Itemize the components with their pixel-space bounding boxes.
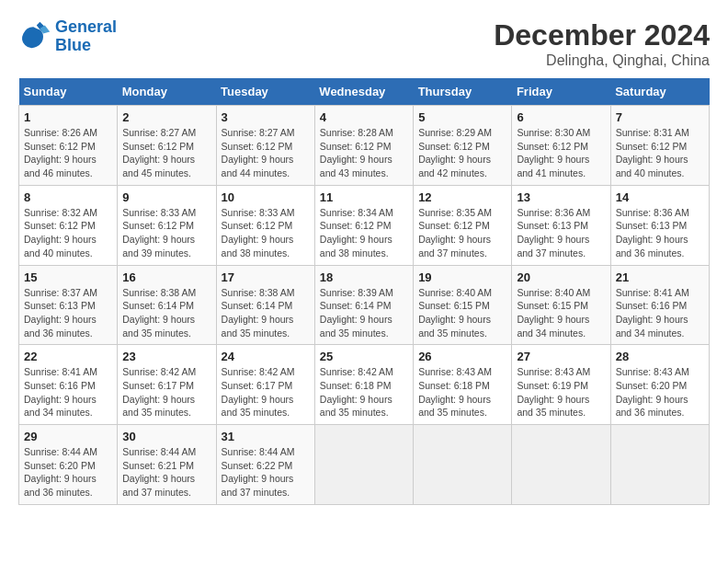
day-number: 28 [616,350,704,363]
weekday-header: Friday [512,78,610,106]
day-number: 23 [122,350,210,363]
calendar-cell: 28 Sunrise: 8:43 AM Sunset: 6:20 PM Dayl… [610,345,709,425]
calendar-cell: 26 Sunrise: 8:43 AM Sunset: 6:18 PM Dayl… [414,345,512,425]
day-info: Sunrise: 8:40 AM Sunset: 6:15 PM Dayligh… [517,286,605,340]
calendar-cell: 20 Sunrise: 8:40 AM Sunset: 6:15 PM Dayl… [512,265,610,345]
weekday-header: Saturday [610,78,709,106]
day-number: 30 [122,430,210,443]
calendar-cell: 18 Sunrise: 8:39 AM Sunset: 6:14 PM Dayl… [314,265,413,345]
day-info: Sunrise: 8:36 AM Sunset: 6:13 PM Dayligh… [616,206,704,260]
day-number: 15 [24,270,112,284]
day-number: 19 [418,270,506,284]
day-info: Sunrise: 8:44 AM Sunset: 6:22 PM Dayligh… [222,445,310,500]
day-info: Sunrise: 8:43 AM Sunset: 6:20 PM Dayligh… [616,365,704,419]
calendar-cell: 6 Sunrise: 8:30 AM Sunset: 6:12 PM Dayli… [512,106,610,186]
day-number: 16 [122,270,210,284]
day-number: 3 [222,110,310,124]
calendar-cell: 9 Sunrise: 8:33 AM Sunset: 6:12 PM Dayli… [118,185,216,265]
calendar-cell: 8 Sunrise: 8:32 AM Sunset: 6:12 PM Dayli… [19,185,118,265]
day-info: Sunrise: 8:29 AM Sunset: 6:12 PM Dayligh… [418,126,506,180]
day-number: 31 [222,430,310,443]
calendar-cell: 5 Sunrise: 8:29 AM Sunset: 6:12 PM Dayli… [414,106,512,186]
day-info: Sunrise: 8:43 AM Sunset: 6:18 PM Dayligh… [418,365,506,419]
logo-icon [18,20,51,53]
day-info: Sunrise: 8:42 AM Sunset: 6:18 PM Dayligh… [320,365,408,419]
day-info: Sunrise: 8:27 AM Sunset: 6:12 PM Dayligh… [122,126,210,180]
calendar-cell: 7 Sunrise: 8:31 AM Sunset: 6:12 PM Dayli… [610,106,709,186]
day-info: Sunrise: 8:40 AM Sunset: 6:15 PM Dayligh… [418,286,506,340]
day-info: Sunrise: 8:37 AM Sunset: 6:13 PM Dayligh… [24,286,112,340]
day-number: 4 [320,110,408,124]
weekday-header-row: SundayMondayTuesdayWednesdayThursdayFrid… [19,78,710,106]
calendar-cell: 19 Sunrise: 8:40 AM Sunset: 6:15 PM Dayl… [414,265,512,345]
day-info: Sunrise: 8:35 AM Sunset: 6:12 PM Dayligh… [418,206,506,260]
calendar-cell: 24 Sunrise: 8:42 AM Sunset: 6:17 PM Dayl… [216,345,314,425]
day-number: 22 [24,350,112,363]
calendar-week-row: 29 Sunrise: 8:44 AM Sunset: 6:20 PM Dayl… [19,425,710,505]
day-info: Sunrise: 8:41 AM Sunset: 6:16 PM Dayligh… [616,286,704,340]
day-info: Sunrise: 8:42 AM Sunset: 6:17 PM Dayligh… [222,365,310,419]
day-number: 25 [320,350,408,363]
day-number: 27 [517,350,605,363]
calendar-cell [414,425,512,505]
calendar-cell: 31 Sunrise: 8:44 AM Sunset: 6:22 PM Dayl… [216,425,314,505]
day-info: Sunrise: 8:42 AM Sunset: 6:17 PM Dayligh… [122,365,210,419]
calendar-week-row: 8 Sunrise: 8:32 AM Sunset: 6:12 PM Dayli… [19,185,710,265]
calendar-cell [512,425,610,505]
day-info: Sunrise: 8:33 AM Sunset: 6:12 PM Dayligh… [122,206,210,260]
logo-text: General Blue [55,18,117,55]
day-info: Sunrise: 8:44 AM Sunset: 6:20 PM Dayligh… [24,445,112,500]
calendar-cell: 22 Sunrise: 8:41 AM Sunset: 6:16 PM Dayl… [19,345,118,425]
day-number: 29 [24,430,112,443]
month-title: December 2024 [494,18,710,52]
calendar-cell: 15 Sunrise: 8:37 AM Sunset: 6:13 PM Dayl… [19,265,118,345]
calendar-cell: 4 Sunrise: 8:28 AM Sunset: 6:12 PM Dayli… [314,106,413,186]
day-info: Sunrise: 8:36 AM Sunset: 6:13 PM Dayligh… [517,206,605,260]
day-info: Sunrise: 8:27 AM Sunset: 6:12 PM Dayligh… [222,126,310,180]
calendar-cell: 25 Sunrise: 8:42 AM Sunset: 6:18 PM Dayl… [314,345,413,425]
day-number: 1 [24,110,112,124]
weekday-header: Thursday [414,78,512,106]
day-info: Sunrise: 8:26 AM Sunset: 6:12 PM Dayligh… [24,126,112,180]
day-info: Sunrise: 8:43 AM Sunset: 6:19 PM Dayligh… [517,365,605,419]
page-header: General Blue December 2024 Delingha, Qin… [18,18,710,69]
calendar-cell: 3 Sunrise: 8:27 AM Sunset: 6:12 PM Dayli… [216,106,314,186]
calendar-cell: 14 Sunrise: 8:36 AM Sunset: 6:13 PM Dayl… [610,185,709,265]
day-info: Sunrise: 8:33 AM Sunset: 6:12 PM Dayligh… [222,206,310,260]
calendar-cell: 1 Sunrise: 8:26 AM Sunset: 6:12 PM Dayli… [19,106,118,186]
calendar-cell: 16 Sunrise: 8:38 AM Sunset: 6:14 PM Dayl… [118,265,216,345]
location: Delingha, Qinghai, China [494,52,710,69]
calendar-cell: 12 Sunrise: 8:35 AM Sunset: 6:12 PM Dayl… [414,185,512,265]
calendar-cell: 21 Sunrise: 8:41 AM Sunset: 6:16 PM Dayl… [610,265,709,345]
day-number: 20 [517,270,605,284]
day-number: 26 [418,350,506,363]
day-info: Sunrise: 8:34 AM Sunset: 6:12 PM Dayligh… [320,206,408,260]
day-number: 2 [122,110,210,124]
day-number: 18 [320,270,408,284]
title-block: December 2024 Delingha, Qinghai, China [494,18,710,69]
calendar-cell: 10 Sunrise: 8:33 AM Sunset: 6:12 PM Dayl… [216,185,314,265]
calendar-cell [610,425,709,505]
day-info: Sunrise: 8:30 AM Sunset: 6:12 PM Dayligh… [517,126,605,180]
day-info: Sunrise: 8:44 AM Sunset: 6:21 PM Dayligh… [122,445,210,500]
calendar-cell: 2 Sunrise: 8:27 AM Sunset: 6:12 PM Dayli… [118,106,216,186]
day-number: 7 [616,110,704,124]
day-info: Sunrise: 8:32 AM Sunset: 6:12 PM Dayligh… [24,206,112,260]
day-info: Sunrise: 8:31 AM Sunset: 6:12 PM Dayligh… [616,126,704,180]
day-number: 13 [517,190,605,204]
day-number: 12 [418,190,506,204]
weekday-header: Monday [118,78,216,106]
day-info: Sunrise: 8:38 AM Sunset: 6:14 PM Dayligh… [222,286,310,340]
day-info: Sunrise: 8:39 AM Sunset: 6:14 PM Dayligh… [320,286,408,340]
calendar-cell: 17 Sunrise: 8:38 AM Sunset: 6:14 PM Dayl… [216,265,314,345]
day-number: 5 [418,110,506,124]
weekday-header: Tuesday [216,78,314,106]
calendar-cell [314,425,413,505]
day-number: 11 [320,190,408,204]
day-number: 8 [24,190,112,204]
day-info: Sunrise: 8:41 AM Sunset: 6:16 PM Dayligh… [24,365,112,419]
calendar-table: SundayMondayTuesdayWednesdayThursdayFrid… [18,78,710,505]
day-number: 9 [122,190,210,204]
calendar-week-row: 22 Sunrise: 8:41 AM Sunset: 6:16 PM Dayl… [19,345,710,425]
calendar-cell: 29 Sunrise: 8:44 AM Sunset: 6:20 PM Dayl… [19,425,118,505]
